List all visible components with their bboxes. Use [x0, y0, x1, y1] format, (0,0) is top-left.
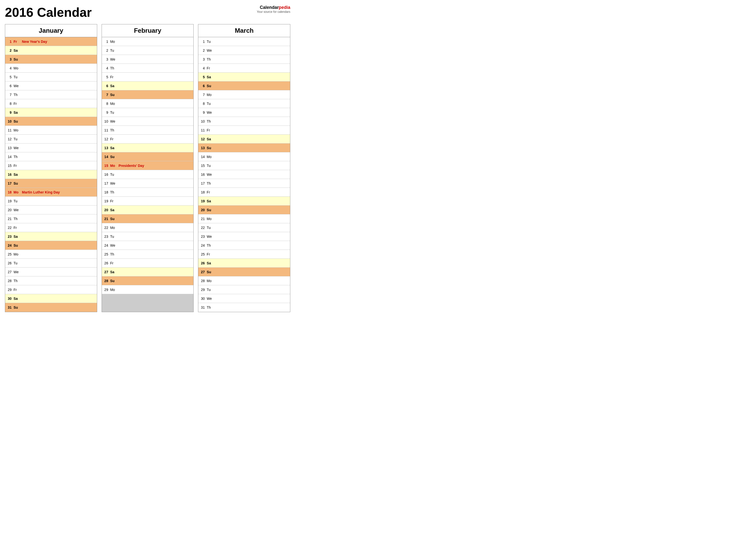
- day-event: [21, 152, 97, 161]
- day-number: 8: [198, 99, 206, 108]
- day-number: 5: [198, 73, 206, 82]
- day-event: [118, 143, 194, 152]
- day-of-week: Sa: [206, 259, 214, 268]
- day-of-week: Su: [109, 152, 118, 161]
- day-row: 25Th: [102, 250, 194, 259]
- day-row: 11Fr: [198, 126, 290, 135]
- day-event: [214, 197, 290, 205]
- day-of-week: Fr: [109, 135, 118, 143]
- day-of-week: We: [206, 294, 214, 303]
- day-row: 4Th: [102, 64, 194, 73]
- day-row: 10We: [102, 117, 194, 126]
- day-of-week: Mo: [206, 90, 214, 99]
- day-event: [214, 46, 290, 55]
- day-event: [118, 55, 194, 64]
- day-row: 16Sa: [5, 170, 97, 179]
- day-of-week: Tu: [206, 285, 214, 294]
- day-of-week: Mo: [13, 126, 21, 135]
- month-header-january: January: [5, 24, 97, 37]
- day-of-week: We: [13, 143, 21, 152]
- day-row: 30We: [198, 294, 290, 303]
- day-of-week: Fr: [13, 223, 21, 232]
- day-event: [214, 64, 290, 73]
- day-number: 31: [198, 303, 206, 312]
- day-of-week: Th: [109, 188, 118, 197]
- day-number: 27: [5, 268, 13, 276]
- day-of-week: We: [206, 46, 214, 55]
- day-of-week: Fr: [206, 250, 214, 259]
- day-number: 12: [102, 135, 109, 143]
- day-number: 16: [5, 170, 13, 179]
- day-event: [118, 268, 194, 276]
- day-of-week: Mo: [109, 223, 118, 232]
- day-number: 14: [102, 152, 109, 161]
- day-row: 8Mo: [102, 99, 194, 108]
- day-event: [214, 99, 290, 108]
- day-row: 12Fr: [102, 135, 194, 143]
- day-event: [214, 126, 290, 135]
- month-calendar-january: January1FrNew Year's Day2Sa3Su4Mo5Tu6We7…: [5, 24, 97, 312]
- day-row: 31Su: [5, 303, 97, 312]
- month-header-march: March: [198, 24, 290, 37]
- day-row: 20We: [5, 205, 97, 215]
- day-row: 5Fr: [102, 73, 194, 82]
- day-number: 11: [5, 126, 13, 135]
- day-row: 26Fr: [102, 259, 194, 268]
- day-number: 23: [198, 232, 206, 241]
- day-event: [21, 285, 97, 294]
- day-of-week: Tu: [206, 37, 214, 46]
- day-row: 14Th: [5, 152, 97, 161]
- day-number: 22: [102, 223, 109, 232]
- day-number: 17: [102, 179, 109, 188]
- day-row: 27Sa: [102, 268, 194, 276]
- day-row: 16Tu: [102, 170, 194, 179]
- day-number: 26: [102, 259, 109, 268]
- day-row: 15MoPresidents' Day: [102, 161, 194, 170]
- day-event: [118, 152, 194, 161]
- day-row: 25Mo: [5, 250, 97, 259]
- day-number: 5: [5, 73, 13, 82]
- day-of-week: Sa: [109, 268, 118, 276]
- day-of-week: Tu: [109, 108, 118, 117]
- page-header: 2016 Calendar Calendarpedia Your source …: [5, 5, 290, 20]
- day-of-week: Su: [13, 303, 21, 312]
- day-event: [21, 294, 97, 303]
- day-number: 23: [5, 232, 13, 241]
- day-event: [214, 205, 290, 215]
- day-of-week: Th: [206, 303, 214, 312]
- day-event: [118, 117, 194, 126]
- day-row: 22Mo: [102, 223, 194, 232]
- day-event: [118, 259, 194, 268]
- day-event: [21, 303, 97, 312]
- day-number: 15: [198, 161, 206, 170]
- day-of-week: We: [206, 232, 214, 241]
- day-event: [214, 303, 290, 312]
- day-row: 17Su: [5, 179, 97, 188]
- day-event: [214, 179, 290, 188]
- day-number: 29: [102, 285, 109, 294]
- day-of-week: Mo: [13, 188, 21, 197]
- day-row: 20Su: [198, 205, 290, 215]
- logo-tagline: Your source for calendars: [257, 10, 290, 14]
- day-number: 6: [198, 82, 206, 90]
- day-number: 18: [5, 188, 13, 197]
- day-event: [214, 294, 290, 303]
- day-number: 13: [5, 143, 13, 152]
- day-event: [118, 108, 194, 117]
- day-event: [118, 294, 194, 303]
- day-event: [214, 232, 290, 241]
- day-row: 24We: [102, 241, 194, 250]
- day-of-week: Fr: [206, 126, 214, 135]
- day-of-week: Fr: [13, 285, 21, 294]
- day-event: [21, 143, 97, 152]
- day-of-week: Su: [13, 179, 21, 188]
- calendars-row: January1FrNew Year's Day2Sa3Su4Mo5Tu6We7…: [5, 24, 290, 312]
- day-event: [214, 268, 290, 276]
- day-event: [118, 223, 194, 232]
- day-event: [21, 82, 97, 90]
- logo-text: Calendarpedia: [257, 5, 290, 10]
- day-event: [21, 135, 97, 143]
- day-event: [214, 276, 290, 285]
- day-of-week: Sa: [206, 73, 214, 82]
- day-event: [21, 64, 97, 73]
